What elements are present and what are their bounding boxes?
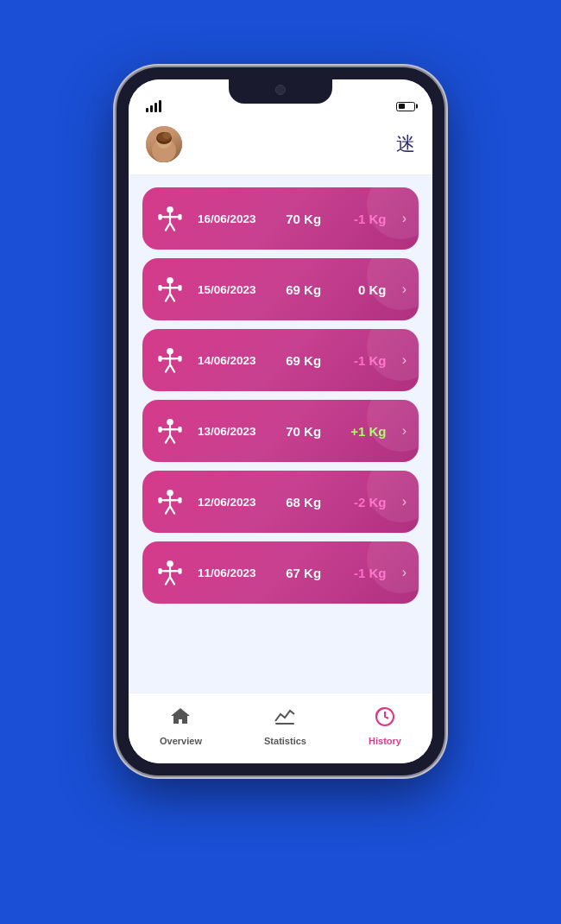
entry-delta: -2 Kg: [341, 495, 386, 509]
svg-line-12: [166, 223, 170, 231]
entry-chevron-icon: ›: [402, 211, 407, 226]
nav-icon-statistics: [274, 706, 296, 733]
nav-item-history[interactable]: History: [355, 702, 415, 750]
avatar[interactable]: [146, 126, 182, 162]
entry-weight: 69 Kg: [286, 353, 331, 368]
entry-chevron-icon: ›: [402, 565, 407, 580]
entry-delta: -1 Kg: [341, 353, 386, 368]
battery-icon: [396, 102, 415, 111]
entry-date: 16/06/2023: [198, 212, 275, 225]
translate-icon[interactable]: 迷: [396, 131, 415, 157]
entry-icon: [142, 416, 198, 446]
entry-icon: [142, 558, 198, 587]
bottom-nav: Overview Statistics History: [129, 693, 432, 763]
entry-data: 12/06/2023 68 Kg -2 Kg ›: [198, 494, 419, 509]
entry-data: 15/06/2023 69 Kg 0 Kg ›: [198, 282, 419, 297]
svg-line-57: [166, 577, 170, 585]
svg-rect-45: [178, 497, 181, 503]
entry-delta: +1 Kg: [341, 424, 386, 439]
signal-area: [146, 100, 167, 112]
entries-list: 16/06/2023 70 Kg -1 Kg ›: [129, 175, 432, 693]
nav-item-statistics[interactable]: Statistics: [250, 702, 320, 750]
entry-date: 15/06/2023: [198, 283, 275, 296]
entry-chevron-icon: ›: [402, 282, 407, 297]
svg-rect-59: [275, 723, 294, 725]
svg-line-48: [166, 506, 170, 514]
svg-rect-26: [158, 356, 161, 362]
entry-chevron-icon: ›: [402, 352, 407, 368]
entry-date: 11/06/2023: [198, 566, 275, 579]
weight-entry-4[interactable]: 12/06/2023 68 Kg -2 Kg ›: [142, 471, 419, 533]
svg-rect-35: [158, 427, 161, 433]
svg-rect-17: [158, 285, 161, 291]
entry-date: 13/06/2023: [198, 425, 275, 438]
nav-label-statistics: Statistics: [264, 736, 306, 746]
nav-icon-overview: [169, 706, 192, 733]
entry-date: 14/06/2023: [198, 354, 275, 367]
nav-item-overview[interactable]: Overview: [146, 702, 216, 750]
svg-line-39: [166, 435, 170, 442]
weight-entry-3[interactable]: 13/06/2023 70 Kg +1 Kg ›: [142, 400, 419, 462]
svg-point-32: [167, 419, 173, 426]
entry-weight: 67 Kg: [286, 566, 331, 580]
entry-delta: 0 Kg: [341, 282, 386, 297]
entry-icon: [142, 275, 198, 304]
entry-data: 16/06/2023 70 Kg -1 Kg ›: [198, 211, 419, 226]
phone-frame: 迷: [117, 67, 444, 775]
phone-screen: 迷: [129, 79, 432, 763]
entry-chevron-icon: ›: [402, 423, 407, 439]
svg-line-13: [170, 223, 174, 231]
entry-weight: 70 Kg: [286, 424, 331, 439]
entry-weight: 68 Kg: [286, 495, 331, 509]
svg-rect-44: [158, 497, 161, 503]
svg-rect-9: [178, 214, 181, 220]
nav-icon-history: [374, 706, 396, 733]
weight-entry-2[interactable]: 14/06/2023 69 Kg -1 Kg ›: [142, 329, 419, 391]
entry-chevron-icon: ›: [402, 494, 407, 509]
nav-label-overview: Overview: [160, 736, 202, 746]
phone-notch: [229, 79, 332, 104]
entry-delta: -1 Kg: [341, 566, 386, 580]
entry-icon: [142, 345, 198, 375]
app-bar: 迷: [129, 117, 432, 175]
weight-entry-5[interactable]: 11/06/2023 67 Kg -1 Kg ›: [142, 541, 419, 604]
svg-point-5: [167, 206, 173, 213]
svg-rect-8: [158, 214, 161, 220]
svg-point-50: [167, 560, 173, 567]
svg-line-49: [170, 506, 174, 514]
svg-rect-53: [158, 568, 161, 574]
entry-data: 14/06/2023 69 Kg -1 Kg ›: [198, 352, 419, 368]
weight-entry-0[interactable]: 16/06/2023 70 Kg -1 Kg ›: [142, 187, 419, 250]
svg-line-30: [166, 364, 170, 372]
svg-point-4: [162, 132, 171, 139]
weight-entry-1[interactable]: 15/06/2023 69 Kg 0 Kg ›: [142, 258, 419, 320]
entry-data: 13/06/2023 70 Kg +1 Kg ›: [198, 423, 419, 439]
entry-delta: -1 Kg: [341, 212, 386, 226]
svg-rect-18: [178, 285, 181, 291]
entry-data: 11/06/2023 67 Kg -1 Kg ›: [198, 565, 419, 580]
svg-line-21: [166, 294, 170, 301]
svg-line-58: [170, 577, 174, 585]
entry-icon: [142, 487, 198, 516]
entry-icon: [142, 204, 198, 233]
svg-rect-36: [178, 427, 181, 433]
signal-bars: [146, 100, 161, 112]
svg-rect-54: [178, 568, 181, 574]
battery-area: [392, 102, 415, 111]
svg-line-22: [170, 294, 174, 301]
nav-label-history: History: [369, 736, 401, 746]
svg-line-40: [170, 435, 174, 442]
app-header-text: [263, 0, 298, 67]
entry-weight: 70 Kg: [286, 212, 331, 226]
svg-point-14: [167, 277, 173, 284]
svg-rect-27: [178, 356, 181, 362]
svg-point-23: [167, 348, 173, 355]
entry-weight: 69 Kg: [286, 282, 331, 297]
svg-line-31: [170, 364, 174, 372]
svg-point-41: [167, 490, 173, 497]
entry-date: 12/06/2023: [198, 496, 275, 509]
